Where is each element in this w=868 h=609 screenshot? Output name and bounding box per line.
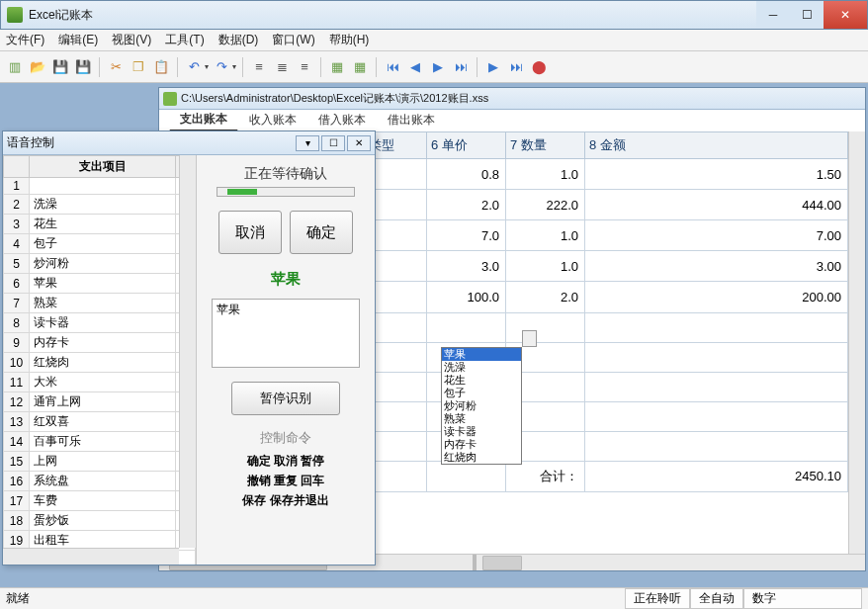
list-item[interactable]: 12通宵上网 bbox=[4, 392, 196, 412]
menu-data[interactable]: 数据(D) bbox=[218, 32, 259, 48]
nav-first-icon[interactable]: ⏮ bbox=[383, 57, 402, 77]
cell[interactable]: 1.0 bbox=[506, 159, 585, 190]
paste-icon[interactable]: 📋 bbox=[151, 57, 171, 77]
minimize-button[interactable]: ─ bbox=[756, 1, 790, 29]
nav-prev-icon[interactable]: ◀ bbox=[405, 57, 425, 77]
dropdown-item[interactable]: 包子 bbox=[442, 387, 521, 399]
cell-dropdown[interactable]: 苹果 洗澡 花生 包子 炒河粉 熟菜 读卡器 内存卡 红烧肉 bbox=[441, 347, 522, 465]
open-icon[interactable]: 📂 bbox=[28, 57, 47, 77]
list-item[interactable]: 7熟菜 bbox=[4, 294, 196, 313]
list-item[interactable]: 13红双喜 bbox=[4, 412, 196, 432]
cell[interactable] bbox=[427, 312, 506, 342]
voice-maximize-icon[interactable]: ☐ bbox=[321, 135, 345, 151]
voice-list-scrollbar-h[interactable] bbox=[3, 548, 179, 565]
voice-close-icon[interactable]: ✕ bbox=[347, 135, 371, 151]
dropdown-item[interactable]: 红烧肉 bbox=[442, 451, 521, 464]
cancel-button[interactable]: 取消 bbox=[218, 211, 282, 254]
list-item[interactable]: 17车费 bbox=[4, 491, 196, 511]
list-item[interactable]: 2洗澡 bbox=[4, 195, 196, 215]
cell[interactable]: 222.0 bbox=[506, 190, 585, 220]
redo-dropdown[interactable]: ▾ bbox=[232, 62, 236, 71]
list-item[interactable]: 8读卡器 bbox=[4, 313, 196, 333]
voice-toolwin-icon[interactable]: ▾ bbox=[296, 135, 319, 151]
align-right-icon[interactable]: ≡ bbox=[295, 57, 314, 77]
menu-file[interactable]: 文件(F) bbox=[6, 32, 44, 48]
menu-edit[interactable]: 编辑(E) bbox=[58, 32, 98, 48]
grid-header[interactable]: 6 单价 bbox=[427, 132, 506, 159]
list-item[interactable]: 11大米 bbox=[4, 373, 196, 392]
maximize-button[interactable]: ☐ bbox=[790, 1, 824, 29]
nav-next-icon[interactable]: ▶ bbox=[428, 57, 448, 77]
list-item[interactable]: 5炒河粉 bbox=[4, 254, 196, 274]
close-button[interactable]: ✕ bbox=[824, 1, 867, 29]
cell[interactable]: 1.0 bbox=[506, 251, 585, 282]
new-icon[interactable]: ▥ bbox=[5, 57, 25, 77]
list-item[interactable]: 10红烧肉 bbox=[4, 353, 196, 373]
undo-dropdown[interactable]: ▾ bbox=[205, 62, 209, 71]
voice-items-header[interactable]: 支出项目 bbox=[30, 156, 176, 178]
cell[interactable]: 3.00 bbox=[585, 251, 848, 282]
dropdown-item[interactable]: 炒河粉 bbox=[442, 399, 521, 412]
sheet1-icon[interactable]: ▦ bbox=[327, 57, 347, 77]
cell[interactable]: 2.0 bbox=[506, 282, 585, 313]
menu-view[interactable]: 视图(V) bbox=[112, 32, 151, 48]
cell[interactable]: 2.0 bbox=[427, 190, 506, 220]
dropdown-arrow-icon[interactable] bbox=[522, 330, 537, 347]
menu-help[interactable]: 帮助(H) bbox=[329, 32, 370, 48]
play-icon[interactable]: ▶ bbox=[483, 57, 503, 77]
tab-borrow-in[interactable]: 借入账本 bbox=[307, 109, 377, 131]
save-icon[interactable]: 💾 bbox=[50, 57, 70, 77]
pause-recognition-button[interactable]: 暂停识别 bbox=[231, 382, 340, 415]
align-center-icon[interactable]: ≣ bbox=[272, 57, 292, 77]
cell[interactable] bbox=[506, 312, 585, 342]
status-auto[interactable]: 全自动 bbox=[690, 588, 743, 609]
nav-last-icon[interactable]: ⏭ bbox=[451, 57, 471, 77]
document-titlebar[interactable]: C:\Users\Administrator\Desktop\Excel记账本\… bbox=[159, 88, 865, 110]
voice-textbox[interactable]: 苹果 bbox=[212, 299, 360, 368]
list-item[interactable]: 14百事可乐 bbox=[4, 432, 196, 452]
list-item[interactable]: 1 bbox=[4, 178, 196, 195]
dropdown-item[interactable]: 花生 bbox=[442, 374, 521, 387]
record-icon[interactable]: ⬤ bbox=[529, 57, 549, 77]
dropdown-item[interactable]: 苹果 bbox=[442, 348, 521, 361]
confirm-button[interactable]: 确定 bbox=[290, 211, 353, 254]
cell[interactable]: 444.00 bbox=[585, 190, 848, 220]
status-mode[interactable]: 数字 bbox=[743, 588, 862, 609]
voice-control-window[interactable]: 语音控制 ▾ ☐ ✕ 支出项目 1 2洗澡 3花生 4包子 5炒河粉 6苹果 7… bbox=[2, 130, 376, 566]
cell[interactable]: 1.50 bbox=[585, 159, 848, 190]
cell[interactable]: 200.00 bbox=[585, 282, 848, 313]
cell[interactable] bbox=[585, 312, 848, 342]
voice-item-list[interactable]: 支出项目 1 2洗澡 3花生 4包子 5炒河粉 6苹果 7熟菜 8读卡器 9内存… bbox=[3, 155, 197, 565]
status-listening[interactable]: 正在聆听 bbox=[625, 588, 690, 609]
voice-titlebar[interactable]: 语音控制 ▾ ☐ ✕ bbox=[3, 131, 375, 155]
voice-list-scrollbar-v[interactable] bbox=[179, 155, 196, 548]
play-all-icon[interactable]: ⏭ bbox=[506, 57, 526, 77]
cell[interactable]: 7.0 bbox=[427, 220, 506, 251]
dropdown-item[interactable]: 洗澡 bbox=[442, 361, 521, 374]
list-item[interactable]: 3花生 bbox=[4, 215, 196, 234]
sheet2-icon[interactable]: ▦ bbox=[350, 57, 370, 77]
cell[interactable]: 7.00 bbox=[585, 220, 848, 251]
list-item[interactable]: 9内存卡 bbox=[4, 333, 196, 353]
cut-icon[interactable]: ✂ bbox=[106, 57, 126, 77]
dropdown-item[interactable]: 内存卡 bbox=[442, 438, 521, 451]
tab-borrow-out[interactable]: 借出账本 bbox=[377, 109, 446, 131]
list-item[interactable]: 6苹果 bbox=[4, 274, 196, 294]
cell[interactable]: 0.8 bbox=[427, 159, 506, 190]
cell[interactable]: 100.0 bbox=[427, 282, 506, 313]
redo-icon[interactable]: ↷ bbox=[212, 57, 231, 77]
list-item[interactable]: 15上网 bbox=[4, 452, 196, 472]
tab-income[interactable]: 收入账本 bbox=[238, 109, 307, 131]
dropdown-item[interactable]: 读卡器 bbox=[442, 425, 521, 438]
save-all-icon[interactable]: 💾 bbox=[73, 57, 93, 77]
grid-header[interactable]: 7 数量 bbox=[506, 132, 585, 159]
undo-icon[interactable]: ↶ bbox=[184, 57, 204, 77]
grid-scrollbar-vertical[interactable] bbox=[848, 131, 865, 554]
cell[interactable]: 1.0 bbox=[506, 220, 585, 251]
menu-tools[interactable]: 工具(T) bbox=[165, 32, 204, 48]
menu-window[interactable]: 窗口(W) bbox=[272, 32, 314, 48]
dropdown-item[interactable]: 熟菜 bbox=[442, 412, 521, 425]
grid-header[interactable]: 8 金额 bbox=[585, 132, 848, 159]
tab-expense[interactable]: 支出账本 bbox=[169, 108, 238, 131]
cell[interactable]: 3.0 bbox=[427, 251, 506, 282]
